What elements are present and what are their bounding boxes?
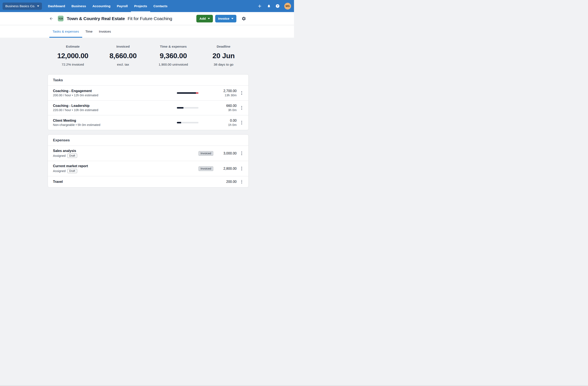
nav-item-payroll[interactable]: Payroll: [114, 0, 131, 12]
bell-icon[interactable]: [267, 4, 271, 8]
task-progress-bar: [177, 122, 198, 123]
stat-label: Time & expenses: [148, 45, 198, 48]
stat-value: 20 Jun: [198, 52, 249, 60]
page-title: Town & Country Real Estate: [67, 16, 125, 21]
stat-sub: excl. tax: [98, 63, 148, 66]
summary-stats: Estimate12,000.0072.2% invoicedInvoiced8…: [48, 45, 249, 66]
invoice-button[interactable]: Invoice: [215, 15, 236, 22]
progress-filled: [177, 107, 183, 109]
task-amount: 0.00: [207, 119, 237, 122]
plus-icon[interactable]: [258, 4, 262, 8]
nav-item-dashboard[interactable]: Dashboard: [45, 0, 68, 12]
task-detail: 220.00 / hour • 10h 0m estimated: [53, 108, 177, 112]
kebab-menu-icon[interactable]: [238, 165, 246, 173]
task-detail: 200.00 / hour • 12h 0m estimated: [53, 94, 177, 97]
nav-item-accounting[interactable]: Accounting: [89, 0, 114, 12]
table-row: Coaching - Engagement200.00 / hour • 12h…: [48, 85, 249, 100]
invoiced-badge: Invoiced: [198, 151, 213, 156]
header-actions: Add Invoice: [196, 15, 247, 22]
invoiced-badge: Invoiced: [198, 166, 213, 171]
draft-badge: Draft: [67, 169, 77, 173]
tab-invoices[interactable]: Invoices: [96, 25, 114, 38]
task-time: 13h 30m: [207, 94, 237, 97]
nav-item-projects[interactable]: Projects: [131, 0, 150, 12]
chevron-down-icon: [208, 18, 210, 19]
stat-invoiced: Invoiced8,660.00excl. tax: [98, 45, 148, 66]
add-button[interactable]: Add: [196, 15, 213, 22]
draft-badge: Draft: [67, 154, 77, 158]
expense-amount: 3,000.00: [216, 152, 237, 155]
expense-name[interactable]: Sales analysis: [53, 149, 198, 153]
table-row: Coaching - Leadership220.00 / hour • 10h…: [48, 100, 249, 115]
tab-bar: Tasks & expensesTimeInvoices: [0, 25, 294, 38]
tab-tasks-expenses[interactable]: Tasks & expenses: [49, 25, 82, 38]
expense-name[interactable]: Current market report: [53, 164, 198, 168]
tab-time[interactable]: Time: [82, 25, 96, 38]
nav-item-business[interactable]: Business: [68, 0, 89, 12]
task-name[interactable]: Coaching - Leadership: [53, 104, 177, 108]
stat-label: Deadline: [198, 45, 249, 48]
top-nav: Business Basics Co. DashboardBusinessAcc…: [0, 0, 294, 12]
tasks-card-title: Tasks: [48, 75, 249, 85]
task-name[interactable]: Client Meeting: [53, 119, 177, 122]
progress-filled: [177, 92, 196, 94]
expense-amount: 200.00: [216, 180, 237, 184]
chevron-down-icon: [37, 5, 39, 7]
org-name: Business Basics Co.: [5, 4, 35, 8]
stat-deadline: Deadline20 Jun38 days to go: [198, 45, 249, 66]
invoice-button-label: Invoice: [218, 17, 230, 20]
stat-sub: 38 days to go: [198, 63, 249, 66]
task-amount: 2,700.00: [207, 89, 237, 93]
nav-item-contacts[interactable]: Contacts: [150, 0, 170, 12]
stat-estimate: Estimate12,000.0072.2% invoiced: [48, 45, 98, 66]
stat-sub: 1,900.00 uninvoiced: [148, 63, 198, 66]
expense-amount: 2,800.00: [216, 167, 237, 171]
nav-menu: DashboardBusinessAccountingPayrollProjec…: [45, 0, 170, 12]
stat-sub: 72.2% invoiced: [48, 63, 98, 66]
help-icon[interactable]: ?: [276, 4, 279, 8]
progress-filled: [177, 122, 181, 123]
task-time: 3h 0m: [207, 108, 237, 112]
stat-value: 8,660.00: [98, 52, 148, 60]
kebab-menu-icon[interactable]: [238, 150, 246, 157]
chevron-down-icon: [231, 18, 233, 19]
back-arrow-icon[interactable]: [49, 17, 53, 21]
kebab-menu-icon[interactable]: [238, 89, 246, 97]
nav-right: ? MS: [258, 3, 291, 10]
project-initials-badge: TCR: [58, 16, 63, 21]
table-row: Travel200.00: [48, 176, 249, 187]
expense-assigned-label: Assigned: [53, 154, 66, 157]
task-name[interactable]: Coaching - Engagement: [53, 89, 177, 93]
task-time: 1h 0m: [207, 123, 237, 127]
org-switcher-button[interactable]: Business Basics Co.: [2, 2, 42, 10]
main-content: Estimate12,000.0072.2% invoicedInvoiced8…: [0, 45, 294, 193]
expense-assigned-label: Assigned: [53, 169, 66, 173]
avatar[interactable]: MS: [284, 3, 291, 10]
gear-icon[interactable]: [241, 16, 247, 21]
task-amount: 660.00: [207, 104, 237, 108]
progress-overrun: [196, 92, 198, 94]
table-row: Sales analysisAssignedDraftInvoiced3,000…: [48, 146, 249, 161]
project-subtitle: Fit for Future Coaching: [127, 16, 172, 21]
expenses-card-title: Expenses: [48, 135, 249, 146]
stat-value: 9,360.00: [148, 52, 198, 60]
task-progress-bar: [177, 107, 198, 109]
task-detail: Non-chargeable • 5h 0m estimated: [53, 123, 177, 127]
project-header: TCR Town & Country Real Estate Fit for F…: [0, 12, 294, 25]
add-button-label: Add: [199, 17, 206, 20]
table-row: Client MeetingNon-chargeable • 5h 0m est…: [48, 115, 249, 130]
expense-name[interactable]: Travel: [53, 180, 216, 184]
tasks-card: Tasks Coaching - Engagement200.00 / hour…: [48, 74, 249, 130]
stat-value: 12,000.00: [48, 52, 98, 60]
kebab-menu-icon[interactable]: [238, 119, 246, 127]
kebab-menu-icon[interactable]: [238, 104, 246, 112]
stat-label: Invoiced: [98, 45, 148, 48]
expenses-card: Expenses Sales analysisAssignedDraftInvo…: [48, 134, 249, 188]
kebab-menu-icon[interactable]: [238, 178, 246, 186]
stat-time-expenses: Time & expenses9,360.001,900.00 uninvoic…: [148, 45, 198, 66]
task-progress-bar: [177, 92, 198, 94]
stat-label: Estimate: [48, 45, 98, 48]
table-row: Current market reportAssignedDraftInvoic…: [48, 161, 249, 176]
